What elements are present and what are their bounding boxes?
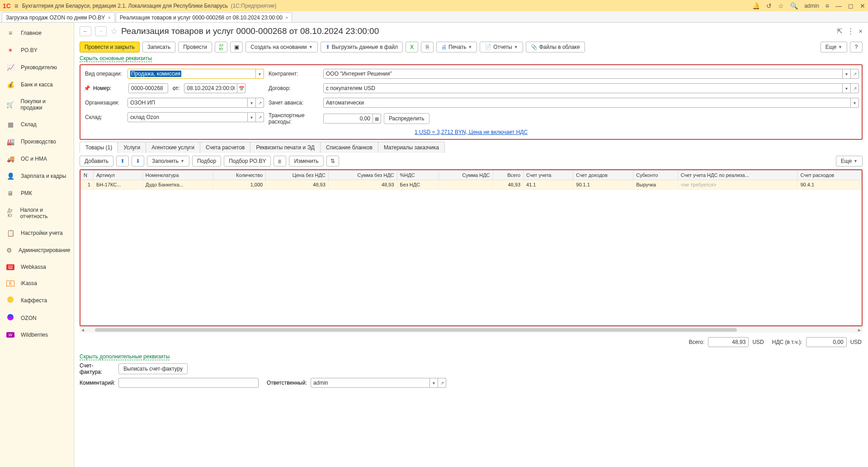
- col-expense[interactable]: Счет расходов: [797, 171, 862, 180]
- copy-button[interactable]: ⎘: [421, 42, 434, 52]
- sidebar-item-hr[interactable]: 👤Зарплата и кадры: [0, 167, 74, 185]
- open-icon[interactable]: ↗: [438, 378, 446, 388]
- sidebar-item-kaffesta[interactable]: Каффеста: [0, 291, 74, 309]
- advance-input[interactable]: [323, 98, 851, 108]
- calc-icon[interactable]: ▦: [373, 114, 381, 124]
- move-down-button[interactable]: ⬇: [132, 156, 144, 167]
- fill-button[interactable]: Заполнить ▼: [147, 156, 189, 167]
- col-income[interactable]: Счет доходов: [573, 171, 633, 180]
- print-button[interactable]: 🖨 Печать ▼: [436, 42, 477, 52]
- hide-extra-link[interactable]: Скрыть дополнительные реквизиты: [80, 353, 170, 360]
- sidebar-item-ikassa[interactable]: КiKassa: [0, 275, 74, 291]
- sidebar-item-assets[interactable]: 🚚ОС и НМА: [0, 150, 74, 167]
- select-poby-button[interactable]: Подбор PO.BY: [224, 156, 271, 167]
- col-sumvat[interactable]: Сумма НДС: [439, 171, 493, 180]
- sidebar-item-webkassa[interactable]: ШWebkassa: [0, 259, 74, 275]
- close-icon[interactable]: ×: [108, 15, 110, 20]
- sidebar-item-main[interactable]: ≡Главное: [0, 24, 74, 42]
- bell-icon[interactable]: 🔔: [752, 2, 760, 10]
- tab-print-ed[interactable]: Реквизиты печати и ЭД: [250, 142, 321, 153]
- warehouse-input[interactable]: [127, 112, 248, 122]
- barcode-button[interactable]: ⫼: [274, 156, 286, 167]
- more-button[interactable]: Еще ▼: [821, 42, 847, 52]
- search-icon[interactable]: 🔍: [790, 2, 798, 10]
- close-icon[interactable]: ✕: [860, 2, 865, 10]
- counterparty-input[interactable]: [323, 69, 843, 79]
- h-scrollbar[interactable]: ◂▸: [80, 326, 863, 333]
- menu-icon[interactable]: ≡: [14, 2, 19, 10]
- sidebar-item-rmk[interactable]: 🖥РМК: [0, 185, 74, 202]
- sidebar-item-bank[interactable]: 💰Банк и касса: [0, 76, 74, 93]
- files-button[interactable]: 📎 Файлы в облаке: [526, 42, 585, 52]
- sidebar-item-production[interactable]: 🏭Производство: [0, 133, 74, 150]
- cell-total[interactable]: 48,93: [493, 180, 523, 190]
- cell-article[interactable]: БН-17КС...: [94, 180, 143, 190]
- open-icon[interactable]: ↗: [256, 112, 264, 122]
- col-n[interactable]: N: [81, 171, 94, 180]
- col-vatacc[interactable]: Счет учета НДС по реализа...: [678, 171, 797, 180]
- tab-materials[interactable]: Материалы заказчика: [378, 142, 445, 153]
- cell-sumvat[interactable]: [439, 180, 493, 190]
- favorite-icon[interactable]: ☆: [110, 26, 118, 36]
- tab-blanks[interactable]: Списание бланков: [320, 142, 378, 153]
- col-subconto[interactable]: Субконто: [633, 171, 678, 180]
- tab-realization[interactable]: Реализация товаров и услуг 0000-000268 о…: [116, 12, 292, 22]
- op-type-input[interactable]: Продажа, комиссия: [127, 69, 256, 79]
- col-price[interactable]: Цена без НДС: [266, 171, 329, 180]
- star-icon[interactable]: ☆: [778, 2, 784, 10]
- open-icon[interactable]: ↗: [851, 69, 859, 79]
- cell-qty[interactable]: 1,000: [213, 180, 265, 190]
- issue-invoice-button[interactable]: Выписать счет-фактуру: [118, 363, 188, 374]
- open-icon[interactable]: ↗: [851, 83, 859, 93]
- user-label[interactable]: admin: [804, 3, 819, 9]
- export-button[interactable]: ⬆ Выгрузить данные в файл: [321, 42, 403, 52]
- change-button[interactable]: Изменить: [289, 156, 323, 167]
- move-up-button[interactable]: ⬆: [116, 156, 129, 167]
- col-article[interactable]: Артикул: [94, 171, 143, 180]
- cell-n[interactable]: 1: [81, 180, 94, 190]
- dropdown-icon[interactable]: ▾: [256, 69, 264, 79]
- excel-button[interactable]: X: [406, 42, 418, 52]
- forward-button[interactable]: →: [95, 26, 107, 36]
- sidebar-item-wb[interactable]: WWildberries: [0, 327, 74, 343]
- select-button[interactable]: Подбор: [192, 156, 221, 167]
- back-button[interactable]: ←: [80, 26, 91, 36]
- tab-agent[interactable]: Агентские услуги: [146, 142, 200, 153]
- rate-link[interactable]: 1 USD = 3,2712 BYN, Цена не включает НДС: [83, 129, 859, 135]
- col-total[interactable]: Всего: [493, 171, 523, 180]
- dropdown-icon[interactable]: ▾: [248, 112, 256, 122]
- cell-acc[interactable]: 41.1: [524, 180, 573, 190]
- tab-ozon-load[interactable]: Загрузка продаж OZON по дням PO.BY×: [2, 12, 115, 22]
- dropdown-icon[interactable]: ▾: [851, 98, 859, 108]
- sidebar-item-acc-settings[interactable]: 📋Настройки учета: [0, 224, 74, 242]
- col-nom[interactable]: Номенклатура: [142, 171, 213, 180]
- col-qty[interactable]: Количество: [213, 171, 265, 180]
- structure-button[interactable]: ▣: [230, 42, 243, 52]
- hide-details-link[interactable]: Скрыть основные реквизиты: [80, 55, 152, 62]
- date-input[interactable]: [184, 83, 237, 93]
- sidebar-item-ozon[interactable]: OZON: [0, 309, 74, 327]
- dropdown-icon[interactable]: ▾: [843, 69, 851, 79]
- sidebar-item-manager[interactable]: 📈Руководителю: [0, 59, 74, 76]
- dropdown-icon[interactable]: ▾: [248, 98, 256, 108]
- calendar-icon[interactable]: 📅: [237, 83, 245, 93]
- sidebar-item-tax[interactable]: ДтКтНалоги и отчетность: [0, 202, 74, 224]
- create-based-button[interactable]: Создать на основании ▼: [245, 42, 317, 52]
- maximize-icon[interactable]: ◻: [848, 2, 854, 10]
- kebab-icon[interactable]: ⋮: [847, 27, 854, 35]
- tab-accounts[interactable]: Счета расчетов: [200, 142, 251, 153]
- table-row[interactable]: 1 БН-17КС... Дудо Банкетка... 1,000 48,9…: [81, 180, 862, 190]
- help-button[interactable]: ?: [850, 42, 863, 52]
- org-input[interactable]: [127, 98, 248, 108]
- reports-button[interactable]: 📄 Отчеты ▼: [480, 42, 523, 52]
- tab-goods[interactable]: Товары (1): [80, 142, 118, 153]
- table-more-button[interactable]: Еще ▼: [836, 156, 863, 167]
- post-button[interactable]: Провести: [178, 42, 212, 52]
- save-button[interactable]: Записать: [142, 42, 175, 52]
- close-panel-icon[interactable]: ×: [859, 27, 863, 35]
- cell-sub[interactable]: Выручка: [633, 180, 678, 190]
- tab-services[interactable]: Услуги: [118, 142, 146, 153]
- comment-input[interactable]: [118, 378, 259, 388]
- sidebar-item-warehouse[interactable]: ▦Склад: [0, 116, 74, 133]
- col-vat[interactable]: %НДС: [397, 171, 439, 180]
